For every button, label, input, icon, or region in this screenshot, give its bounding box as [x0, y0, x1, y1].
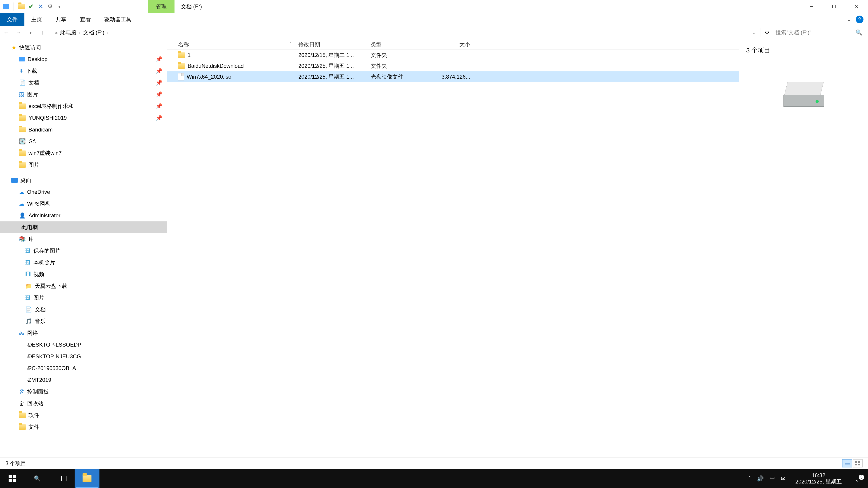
file-type: 文件夹 [371, 52, 432, 59]
minimize-button[interactable] [800, 0, 823, 13]
ribbon-tab-file[interactable]: 文件 [0, 13, 24, 26]
volume-icon[interactable]: 🔊 [757, 475, 764, 482]
close-small-icon[interactable]: ✕ [37, 3, 43, 10]
desktop-icon [11, 178, 18, 183]
task-view-button[interactable] [50, 469, 74, 488]
tree-item[interactable]: 📄 文档 📌 [0, 77, 167, 89]
tree-item[interactable]: 🎞 视频 [0, 268, 167, 280]
tree-item[interactable]: 软件 [0, 410, 167, 421]
tree-item[interactable]: 🗑 回收站 [0, 398, 167, 410]
breadcrumb-drive[interactable]: 文档 (E:) [83, 29, 104, 36]
tree-item[interactable]: ⬇ 下载 📌 [0, 65, 167, 77]
navigation-tree[interactable]: ★ 快速访问 Desktop 📌 ⬇ 下载 📌 📄 文档 📌 🖼 图片 📌 ex… [0, 39, 167, 457]
notification-count: 3 [859, 475, 864, 480]
tree-item[interactable]: DESKTOP-LSSOEDP [0, 339, 167, 351]
tree-item[interactable]: YUNQISHI2019 📌 [0, 112, 167, 124]
tree-item[interactable]: Desktop 📌 [0, 53, 167, 65]
recent-locations-button[interactable]: ▾ [24, 26, 37, 39]
help-icon[interactable]: ? [856, 15, 864, 23]
tree-item[interactable]: PC-20190530OBLA [0, 362, 167, 374]
view-icons-button[interactable] [852, 459, 863, 467]
maximize-button[interactable] [823, 0, 845, 13]
ribbon-tab-view[interactable]: 查看 [73, 13, 98, 26]
search-box[interactable]: 搜索"文档 (E:)" 🔍 [773, 28, 865, 37]
address-bar[interactable]: › 此电脑 › 文档 (E:) › ⌄ [51, 28, 761, 37]
tree-network[interactable]: 🖧 网络 [0, 327, 167, 339]
separator-icon [13, 2, 14, 11]
file-row[interactable]: BaiduNetdiskDownload 2020/12/25, 星期五 1..… [167, 61, 739, 71]
folder-icon[interactable] [18, 3, 25, 10]
title-tab-group: 管理 文档 (E:) [148, 0, 208, 13]
start-button[interactable] [0, 469, 25, 488]
view-details-button[interactable] [842, 459, 852, 467]
chevron-right-icon[interactable]: › [78, 30, 82, 35]
column-header-date[interactable]: 修改日期 [298, 41, 371, 48]
column-header-type[interactable]: 类型 [371, 41, 432, 48]
tree-item[interactable]: 🖼 本机照片 [0, 257, 167, 268]
tree-desktop-root[interactable]: 桌面 [0, 174, 167, 186]
file-row[interactable]: 1 2020/12/15, 星期二 1... 文件夹 [167, 50, 739, 61]
tree-item[interactable]: DESKTOP-NJEU3CG [0, 351, 167, 362]
pin-icon: 📌 [156, 68, 162, 74]
tree-item[interactable]: ☁ OneDrive [0, 186, 167, 198]
tree-item[interactable]: 此电脑 [0, 221, 167, 233]
tree-item[interactable]: ZMT2019 [0, 374, 167, 386]
ime-indicator[interactable]: 中 [770, 475, 775, 482]
folder-icon [19, 127, 26, 132]
tree-label: 控制面板 [27, 388, 49, 395]
gear-icon[interactable]: ⚙ [47, 3, 53, 10]
tree-item[interactable]: 文件 [0, 421, 167, 433]
drive-icon: 💽 [19, 138, 26, 144]
tree-label: YUNQISHI2019 [29, 115, 67, 121]
tree-item[interactable]: win7重装win7 [0, 147, 167, 159]
column-headers: 名称 ˄ 修改日期 类型 大小 [167, 39, 739, 50]
file-row[interactable]: Win7x64_2020.iso 2020/12/25, 星期五 1... 光盘… [167, 71, 739, 82]
tree-item[interactable]: 🖼 图片 [0, 292, 167, 304]
taskbar-file-explorer[interactable] [74, 469, 99, 488]
tree-item[interactable]: 🖼 图片 📌 [0, 89, 167, 100]
mail-icon[interactable]: ✉ [781, 475, 785, 482]
tree-item[interactable]: ☁ WPS网盘 [0, 198, 167, 210]
svg-rect-0 [3, 4, 9, 9]
chevron-right-icon[interactable]: › [106, 30, 110, 35]
tree-item[interactable]: 🎵 音乐 [0, 315, 167, 327]
tree-quick-access[interactable]: ★ 快速访问 [0, 41, 167, 53]
refresh-button[interactable]: ⟳ [762, 29, 773, 36]
tree-item[interactable]: 📚 库 [0, 233, 167, 245]
ribbon-tab-drive-tools[interactable]: 驱动器工具 [98, 13, 138, 26]
column-header-name[interactable]: 名称 ˄ [167, 41, 298, 48]
tree-item[interactable]: 🛠 控制面板 [0, 386, 167, 398]
svg-rect-15 [13, 479, 16, 482]
tree-item[interactable]: 👤 Administrator [0, 210, 167, 221]
tray-overflow-icon[interactable]: ˄ [748, 475, 751, 482]
chevron-down-icon[interactable]: ▾ [56, 3, 63, 10]
tree-item[interactable]: Bandicam [0, 124, 167, 135]
check-icon[interactable]: ✔ [28, 3, 34, 10]
forward-button[interactable]: → [12, 26, 24, 39]
search-icon[interactable]: 🔍 [856, 29, 862, 36]
desktop-icon [19, 57, 25, 61]
contextual-tab-label[interactable]: 管理 [148, 0, 175, 13]
ribbon-expand-icon[interactable]: ⌄ [847, 16, 851, 23]
ribbon-tab-home[interactable]: 主页 [24, 13, 49, 26]
tree-item[interactable]: 图片 [0, 159, 167, 171]
address-dropdown-icon[interactable]: ⌄ [749, 30, 758, 35]
window-title: 文档 (E:) [175, 0, 208, 13]
column-header-size[interactable]: 大小 [432, 41, 477, 48]
ribbon-tab-share[interactable]: 共享 [49, 13, 73, 26]
breadcrumb-this-pc[interactable]: 此电脑 [60, 29, 76, 36]
tree-label: 回收站 [27, 400, 43, 407]
app-icon [3, 3, 9, 10]
action-center-button[interactable]: 3 [852, 475, 866, 482]
tree-label: 库 [29, 235, 34, 242]
tree-item[interactable]: 🖼 保存的图片 [0, 245, 167, 257]
up-button[interactable]: ↑ [37, 26, 49, 39]
back-button[interactable]: ← [0, 26, 12, 39]
tree-item[interactable]: excel表格制作求和 📌 [0, 100, 167, 112]
tree-item[interactable]: 📁 天翼云盘下载 [0, 280, 167, 292]
taskbar-search-button[interactable]: 🔍 [25, 469, 50, 488]
close-button[interactable] [845, 0, 868, 13]
tree-item[interactable]: 📄 文档 [0, 304, 167, 315]
taskbar-clock[interactable]: 16:32 2020/12/25, 星期五 [792, 472, 846, 485]
tree-item[interactable]: 💽 G:\ [0, 135, 167, 147]
